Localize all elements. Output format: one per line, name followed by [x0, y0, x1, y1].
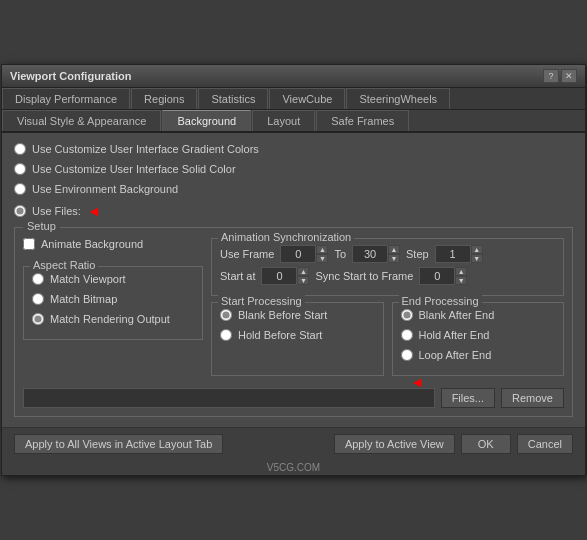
sync-label: Sync Start to Frame — [315, 270, 413, 282]
step-down[interactable]: ▼ — [471, 254, 483, 263]
aspect-viewport-row: Match Viewport — [32, 273, 194, 285]
start-at-input[interactable] — [261, 267, 297, 285]
close-button[interactable]: ✕ — [561, 69, 577, 83]
use-frame-up[interactable]: ▲ — [316, 245, 328, 254]
hold-after-row: Hold After End — [401, 329, 556, 341]
step-input[interactable] — [435, 245, 471, 263]
ok-button[interactable]: OK — [461, 434, 511, 454]
radio-gradient[interactable] — [14, 143, 26, 155]
to-up[interactable]: ▲ — [388, 245, 400, 254]
tab-safe-frames[interactable]: Safe Frames — [316, 110, 409, 131]
loop-after-row: Loop After End — [401, 349, 556, 361]
start-at-down[interactable]: ▼ — [297, 276, 309, 285]
file-path-input[interactable] — [23, 388, 435, 408]
tab-statistics[interactable]: Statistics — [198, 88, 268, 109]
hold-after-label: Hold After End — [419, 329, 490, 341]
remove-button[interactable]: Remove — [501, 388, 564, 408]
processing-row: Start Processing Blank Before Start Hold… — [211, 302, 564, 376]
radio-hold-before[interactable] — [220, 329, 232, 341]
file-row: Files... Remove — [23, 388, 564, 408]
arrow-indicator: ◄ — [87, 203, 101, 219]
radio-blank-before[interactable] — [220, 309, 232, 321]
anim-row-1: Use Frame ▲ ▼ To — [220, 245, 555, 263]
animate-bg-row: Animate Background — [23, 238, 203, 250]
tab-viewcube[interactable]: ViewCube — [269, 88, 345, 109]
bottom-right-buttons: Apply to Active View OK Cancel — [334, 434, 573, 454]
sync-spinner: ▲ ▼ — [419, 267, 467, 285]
tab-background[interactable]: Background — [162, 110, 251, 131]
end-processing-group: End Processing Blank After End Hold Afte… — [392, 302, 565, 376]
use-frame-input[interactable] — [280, 245, 316, 263]
use-frame-down[interactable]: ▼ — [316, 254, 328, 263]
sync-spinner-btns: ▲ ▼ — [455, 267, 467, 285]
blank-after-row: Blank After End — [401, 309, 556, 321]
start-at-label: Start at — [220, 270, 255, 282]
tabs-row-1: Display Performance Regions Statistics V… — [2, 88, 585, 110]
to-down[interactable]: ▼ — [388, 254, 400, 263]
end-processing-label: End Processing — [399, 295, 482, 307]
radio-row-1: Use Customize User Interface Gradient Co… — [14, 143, 573, 155]
aspect-ratio-label: Aspect Ratio — [30, 259, 98, 271]
aspect-bitmap-row: Match Bitmap — [32, 293, 194, 305]
anim-row-2: Start at ▲ ▼ Sync Start to Frame — [220, 267, 555, 285]
aspect-ratio-group: Aspect Ratio Match Viewport Match Bitmap… — [23, 266, 203, 340]
start-at-spinner: ▲ ▼ — [261, 267, 309, 285]
sync-up[interactable]: ▲ — [455, 267, 467, 276]
use-frame-label: Use Frame — [220, 248, 274, 260]
radio-hold-after[interactable] — [401, 329, 413, 341]
aspect-bitmap-label: Match Bitmap — [50, 293, 117, 305]
aspect-viewport-label: Match Viewport — [50, 273, 126, 285]
cancel-button[interactable]: Cancel — [517, 434, 573, 454]
tab-visual-style[interactable]: Visual Style & Appearance — [2, 110, 161, 131]
radio-row-3: Use Environment Background — [14, 183, 573, 195]
main-content: Use Customize User Interface Gradient Co… — [2, 133, 585, 427]
help-button[interactable]: ? — [543, 69, 559, 83]
start-processing-group: Start Processing Blank Before Start Hold… — [211, 302, 384, 376]
radio-row-4: Use Files: ◄ — [14, 203, 573, 219]
to-label: To — [334, 248, 346, 260]
aspect-rendering-row: Match Rendering Output — [32, 313, 194, 325]
bottom-bar: Apply to All Views in Active Layout Tab … — [2, 427, 585, 460]
to-spinner-btns: ▲ ▼ — [388, 245, 400, 263]
title-bar: Viewport Configuration ? ✕ — [2, 65, 585, 88]
step-up[interactable]: ▲ — [471, 245, 483, 254]
sync-input[interactable] — [419, 267, 455, 285]
anim-sync-group: Animation Synchronization Use Frame ▲ ▼ — [211, 238, 564, 296]
tab-layout[interactable]: Layout — [252, 110, 315, 131]
radio-match-rendering[interactable] — [32, 313, 44, 325]
tab-regions[interactable]: Regions — [131, 88, 197, 109]
start-at-up[interactable]: ▲ — [297, 267, 309, 276]
radio-solid[interactable] — [14, 163, 26, 175]
aspect-rendering-label: Match Rendering Output — [50, 313, 170, 325]
use-frame-spinner: ▲ ▼ — [280, 245, 328, 263]
apply-active-view-button[interactable]: Apply to Active View — [334, 434, 455, 454]
tab-display-performance[interactable]: Display Performance — [2, 88, 130, 109]
apply-all-views-button[interactable]: Apply to All Views in Active Layout Tab — [14, 434, 223, 454]
tab-steeringwheels[interactable]: SteeringWheels — [346, 88, 450, 109]
to-spinner: ▲ ▼ — [352, 245, 400, 263]
anim-sync-label: Animation Synchronization — [218, 231, 354, 243]
radio-environment-label: Use Environment Background — [32, 183, 178, 195]
radio-files[interactable] — [14, 205, 26, 217]
loop-after-label: Loop After End — [419, 349, 492, 361]
setup-inner: Animate Background Aspect Ratio Match Vi… — [23, 238, 564, 382]
arrow-files: ◄ — [410, 374, 424, 390]
radio-blank-after[interactable] — [401, 309, 413, 321]
radio-gradient-label: Use Customize User Interface Gradient Co… — [32, 143, 259, 155]
tabs-row-2: Visual Style & Appearance Background Lay… — [2, 110, 585, 133]
watermark: V5CG.COM — [2, 460, 585, 475]
radio-loop-after[interactable] — [401, 349, 413, 361]
setup-left: Animate Background Aspect Ratio Match Vi… — [23, 238, 203, 382]
step-label: Step — [406, 248, 429, 260]
blank-before-row: Blank Before Start — [220, 309, 375, 321]
radio-files-label: Use Files: — [32, 205, 81, 217]
animate-bg-checkbox[interactable] — [23, 238, 35, 250]
to-input[interactable] — [352, 245, 388, 263]
setup-group-label: Setup — [23, 220, 60, 232]
radio-match-viewport[interactable] — [32, 273, 44, 285]
sync-down[interactable]: ▼ — [455, 276, 467, 285]
files-button[interactable]: Files... — [441, 388, 495, 408]
radio-environment[interactable] — [14, 183, 26, 195]
radio-row-2: Use Customize User Interface Solid Color — [14, 163, 573, 175]
radio-match-bitmap[interactable] — [32, 293, 44, 305]
